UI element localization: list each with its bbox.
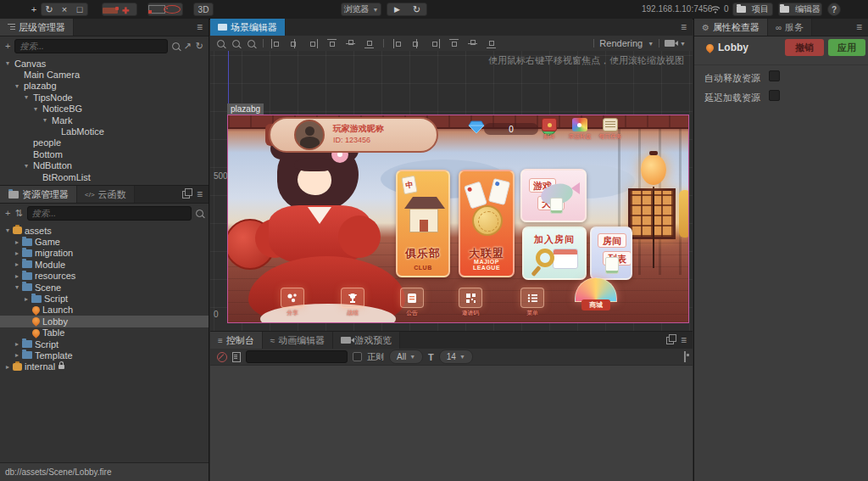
tree-node[interactable]: Bottom xyxy=(0,148,209,159)
menu-button[interactable]: 菜单 xyxy=(520,288,545,318)
align-icon-1[interactable] xyxy=(271,39,281,48)
tab-console[interactable]: ≡控制台 xyxy=(210,332,263,349)
sort-icon[interactable]: ⇅ xyxy=(14,208,22,219)
tree-node[interactable]: ▾NdButton xyxy=(0,160,209,171)
canvas-selection-frame[interactable]: 玩家游戏昵称 ID: 123456 0 + 邮件幸运转盘每日任务 中俱乐部CLU… xyxy=(227,115,689,323)
tree-node[interactable]: Table xyxy=(0,327,209,338)
tree-node[interactable]: ▾plazabg xyxy=(0,81,209,92)
preview-browser-dropdown[interactable]: 浏览器▼ xyxy=(341,3,381,16)
align-icon-2[interactable] xyxy=(290,39,299,48)
game-top-button[interactable]: 幸运转盘 xyxy=(565,118,594,142)
expand-icon[interactable]: ▾ xyxy=(13,283,21,291)
tab-inspector[interactable]: ⚙ 属性检查器 xyxy=(694,19,768,36)
pivot-icon[interactable] xyxy=(103,2,118,17)
zoom-reset-icon[interactable] xyxy=(248,40,255,48)
align-icon-10[interactable] xyxy=(449,39,459,48)
align-icon-12[interactable] xyxy=(487,39,496,48)
tree-node[interactable]: ▸Script xyxy=(0,293,209,304)
scale-tool-button[interactable]: × xyxy=(57,3,72,16)
panel-menu-icon[interactable]: ≡ xyxy=(681,332,687,349)
popout-icon[interactable] xyxy=(182,191,190,199)
play-button[interactable]: ▶ xyxy=(387,5,407,14)
log-options-icon[interactable] xyxy=(684,351,686,362)
align-icon-8[interactable] xyxy=(412,39,421,48)
club-card[interactable]: 中俱乐部CLUB xyxy=(396,170,450,277)
rect-tool-button[interactable]: □ xyxy=(72,3,87,16)
align-icon-7[interactable] xyxy=(393,39,403,48)
collapse-icon[interactable]: ▸ xyxy=(13,260,21,268)
help-button[interactable]: ? xyxy=(827,3,841,16)
canvas-corner-icon[interactable] xyxy=(148,2,164,17)
tab-cloud-function[interactable]: </> 云函数 xyxy=(77,186,135,203)
collapse-icon[interactable]: ▸ xyxy=(3,363,12,371)
auto-release-checkbox[interactable] xyxy=(769,70,780,81)
expand-icon[interactable]: ▾ xyxy=(3,227,12,234)
tree-node[interactable]: Lobby xyxy=(0,316,209,327)
avatar[interactable] xyxy=(294,120,325,150)
announcement-button[interactable]: 公告 xyxy=(399,288,425,318)
align-icon-3[interactable] xyxy=(309,39,318,48)
search-icon[interactable] xyxy=(196,210,203,217)
collapse-icon[interactable]: ▸ xyxy=(13,249,21,257)
tree-node[interactable]: people xyxy=(0,137,209,148)
expand-icon[interactable]: ▾ xyxy=(22,93,31,101)
tab-hierarchy[interactable]: 层级管理器 xyxy=(0,19,74,36)
revert-button[interactable]: 撤销 xyxy=(785,39,824,56)
tree-node[interactable]: ▸internal xyxy=(0,361,209,372)
rotate-tool-button[interactable]: ↻ xyxy=(42,3,57,16)
tree-node[interactable]: ▾Scene xyxy=(0,282,209,293)
align-icon-11[interactable] xyxy=(468,39,477,48)
tree-node[interactable]: ▸Template xyxy=(0,350,209,361)
expand-icon[interactable]: ▾ xyxy=(13,82,21,90)
align-icon-4[interactable] xyxy=(327,39,337,48)
tree-node[interactable]: ▾TipsNode xyxy=(0,92,209,103)
console-filter-input[interactable] xyxy=(246,350,348,363)
open-editor-button[interactable]: 编辑器 xyxy=(778,3,822,16)
tab-game-preview[interactable]: 游戏预览 xyxy=(333,332,400,349)
async-load-checkbox[interactable] xyxy=(769,90,780,101)
game-top-button[interactable]: 邮件 xyxy=(535,118,564,142)
locate-node-icon[interactable]: ↗ xyxy=(184,41,192,52)
expand-icon[interactable]: ▾ xyxy=(31,105,40,113)
refresh-button[interactable]: ↻ xyxy=(407,4,426,15)
panel-menu-icon[interactable]: ≡ xyxy=(856,19,862,36)
tab-animation-editor[interactable]: ≈动画编辑器 xyxy=(263,332,334,349)
camera-view-icon[interactable] xyxy=(665,40,675,47)
align-icon-5[interactable] xyxy=(346,39,355,48)
tree-node[interactable]: Launch xyxy=(0,305,209,316)
tree-node[interactable]: ▾Mark xyxy=(0,115,209,126)
zoom-out-icon[interactable] xyxy=(217,40,225,48)
open-log-file-icon[interactable] xyxy=(232,352,241,362)
expand-icon[interactable]: ▾ xyxy=(3,59,12,67)
collapse-icon[interactable]: ▸ xyxy=(13,272,21,280)
share-button[interactable]: 分享 xyxy=(280,288,305,318)
mode-3d-button[interactable]: 3D xyxy=(193,3,214,16)
tree-node[interactable]: ▸Game xyxy=(0,236,209,247)
refresh-icon[interactable]: ↻ xyxy=(196,41,203,52)
rendering-mode-dropdown[interactable]: Rendering xyxy=(599,38,643,48)
join-room-card[interactable]: 加入房间 xyxy=(522,227,587,280)
zoom-in-icon[interactable] xyxy=(232,40,240,48)
align-icon-9[interactable] xyxy=(431,39,440,48)
collapse-icon[interactable]: ▸ xyxy=(13,351,21,359)
move-tool-button[interactable]: + xyxy=(27,3,41,16)
selected-node-tag[interactable]: plazabg xyxy=(227,103,264,115)
tree-node[interactable]: ▾NoticeBG xyxy=(0,103,209,115)
panel-menu-icon[interactable]: ≡ xyxy=(197,186,203,203)
tree-node[interactable]: ▾Canvas xyxy=(0,58,209,69)
tree-node[interactable]: ▾assets xyxy=(0,225,209,236)
chevron-down-icon[interactable]: ▼ xyxy=(648,41,654,47)
tree-node[interactable]: LabMotice xyxy=(0,126,209,137)
apply-button[interactable]: 应用 xyxy=(828,39,865,56)
scene-viewport[interactable]: 使用鼠标右键平移视窗焦点，使用滚轮缩放视图 plazabg xyxy=(210,51,693,331)
align-icon-6[interactable] xyxy=(364,39,374,48)
collapse-icon[interactable]: ▸ xyxy=(22,295,31,303)
collapse-icon[interactable]: ▸ xyxy=(13,238,21,246)
hierarchy-search-input[interactable] xyxy=(14,39,167,53)
expand-icon[interactable]: ▾ xyxy=(22,162,31,170)
shop-button[interactable]: 商城 xyxy=(569,277,623,310)
game-top-button[interactable]: 每日任务 xyxy=(596,118,625,142)
tree-node[interactable]: ▸migration xyxy=(0,248,209,259)
game-hall-card[interactable]: 游戏大厅 xyxy=(520,169,587,222)
add-node-button[interactable]: + xyxy=(5,41,10,51)
